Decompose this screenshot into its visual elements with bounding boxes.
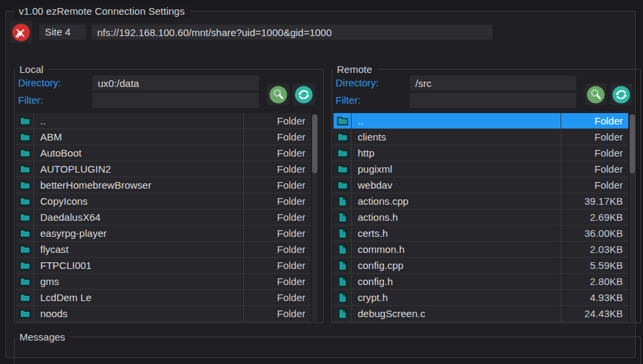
local-filter-label: Filter:: [18, 94, 44, 106]
messages-panel: Messages: [14, 337, 641, 364]
file-type: Folder: [561, 145, 628, 161]
file-row[interactable]: http Folder: [334, 145, 628, 161]
file-icon-cell: [334, 145, 352, 161]
local-scrollbar-thumb[interactable]: [312, 114, 317, 173]
file-icon-cell: [334, 258, 352, 273]
file-type: 2.69KB: [561, 209, 628, 225]
file-icon-cell: [334, 193, 352, 209]
remote-directory-label: Directory:: [336, 77, 378, 88]
folder-icon: [19, 180, 31, 190]
file-icon-cell: [16, 145, 34, 161]
file-row[interactable]: actions.h 2.69KB: [334, 209, 628, 225]
file-name: noods: [34, 306, 244, 321]
file-name: LcdDem Le: [34, 290, 244, 305]
file-icon-cell: [16, 209, 34, 225]
messages-panel-title: Messages: [15, 331, 70, 343]
folder-icon: [19, 292, 31, 302]
folder-icon: [19, 196, 31, 206]
local-directory-input[interactable]: [92, 75, 259, 91]
file-name: http: [352, 145, 561, 161]
file-row[interactable]: actions.cpp 39.17KB: [334, 193, 628, 209]
file-row[interactable]: gms Folder: [16, 274, 311, 290]
file-type: Folder: [244, 225, 311, 241]
file-row[interactable]: flycast Folder: [16, 242, 311, 258]
file-name: ..: [352, 113, 561, 128]
file-type: Folder: [244, 242, 311, 257]
remote-file-list: .. Folder clients Folder http Folder pug…: [334, 113, 628, 322]
file-name: certs.h: [352, 225, 561, 241]
file-icon: [338, 308, 347, 319]
file-row[interactable]: FTPCLI001 Folder: [16, 258, 311, 274]
file-name: AUTOPLUGIN2: [34, 161, 244, 177]
folder-icon: [337, 132, 348, 142]
file-name: AutoBoot: [34, 145, 244, 161]
file-row[interactable]: clients Folder: [334, 129, 628, 145]
file-name: easyrpg-player: [34, 225, 244, 241]
file-name: actions.h: [352, 209, 561, 225]
file-name: CopyIcons: [34, 193, 244, 209]
folder-icon: [19, 164, 31, 174]
file-type: Folder: [244, 129, 311, 145]
file-name: config.h: [352, 274, 561, 289]
local-refresh-button[interactable]: [293, 84, 315, 105]
file-icon-cell: [16, 193, 34, 209]
file-type: Folder: [244, 113, 311, 128]
folder-icon: [19, 132, 31, 142]
file-row[interactable]: betterHomebrewBrowser Folder: [16, 177, 311, 193]
connection-url-input[interactable]: [91, 24, 493, 40]
file-row[interactable]: debugScreen.c 24.43KB: [334, 306, 628, 322]
file-row[interactable]: DaedalusX64 Folder: [16, 209, 311, 225]
file-type: Folder: [244, 177, 311, 193]
file-type: Folder: [244, 290, 311, 305]
file-icon-cell: [16, 306, 34, 321]
file-type: Folder: [244, 209, 311, 225]
search-icon: [269, 86, 287, 104]
file-row[interactable]: easyrpg-player Folder: [16, 225, 311, 242]
file-icon-cell: [16, 274, 34, 289]
file-icon-cell: [16, 242, 34, 257]
file-icon-cell: [16, 258, 34, 273]
folder-icon: [19, 228, 31, 238]
file-row[interactable]: .. Folder: [16, 113, 311, 129]
file-row[interactable]: CopyIcons Folder: [16, 193, 311, 209]
file-row[interactable]: AutoBoot Folder: [16, 145, 311, 161]
file-row[interactable]: pugixml Folder: [334, 161, 628, 177]
file-row[interactable]: AUTOPLUGIN2 Folder: [16, 161, 311, 177]
file-row[interactable]: webdav Folder: [334, 177, 628, 193]
local-search-button[interactable]: [267, 84, 289, 105]
file-row[interactable]: .. Folder: [334, 113, 628, 129]
folder-icon: [337, 116, 348, 126]
file-type: Folder: [244, 145, 311, 161]
site-selector[interactable]: Site 4: [39, 24, 86, 40]
file-row[interactable]: LcdDem Le Folder: [16, 290, 311, 306]
file-type: Folder: [561, 129, 628, 145]
file-row[interactable]: crypt.h 4.93KB: [334, 290, 628, 306]
file-icon-cell: [334, 161, 352, 177]
file-type: Folder: [244, 258, 311, 273]
refresh-icon: [612, 86, 630, 104]
remote-directory-input[interactable]: [409, 75, 577, 91]
file-icon: [338, 292, 347, 303]
file-icon-cell: [334, 209, 352, 225]
disconnect-button[interactable]: [10, 21, 32, 43]
local-directory-label: Directory:: [18, 77, 61, 88]
remote-refresh-button[interactable]: [610, 84, 632, 105]
remote-scrollbar-thumb[interactable]: [630, 114, 635, 173]
file-row[interactable]: config.cpp 5.59KB: [334, 258, 628, 274]
file-type: 39.17KB: [561, 193, 628, 209]
remote-search-button[interactable]: [585, 84, 607, 105]
file-icon-cell: [16, 177, 34, 193]
file-row[interactable]: certs.h 36.00KB: [334, 225, 628, 242]
file-row[interactable]: config.h 2.80KB: [334, 274, 628, 290]
folder-icon: [337, 180, 348, 190]
file-row[interactable]: noods Folder: [16, 306, 311, 322]
file-row[interactable]: common.h 2.03KB: [334, 242, 628, 258]
file-icon-cell: [16, 129, 34, 145]
local-filter-input[interactable]: [92, 92, 259, 108]
file-icon: [338, 260, 347, 271]
file-type: Folder: [244, 161, 311, 177]
remote-filter-input[interactable]: [409, 92, 577, 108]
file-icon: [338, 276, 347, 287]
file-row[interactable]: ABM Folder: [16, 129, 311, 145]
file-name: webdav: [352, 177, 561, 193]
